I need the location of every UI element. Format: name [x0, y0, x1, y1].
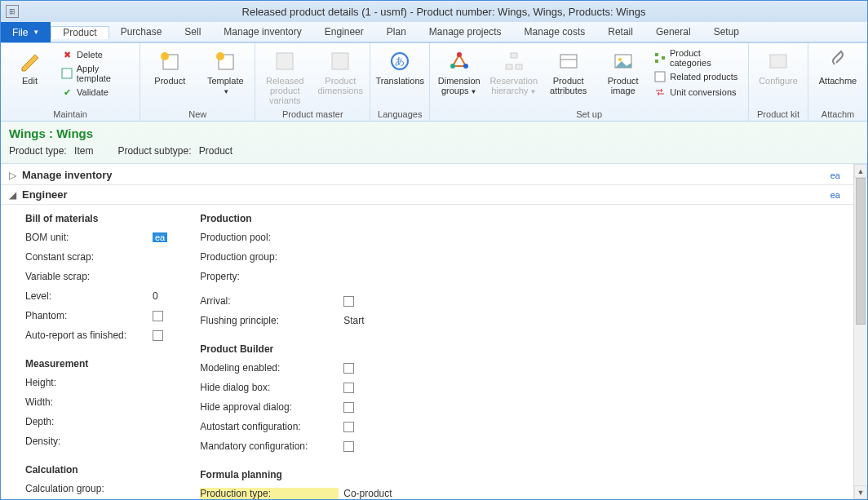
- depth-label: Depth:: [25, 416, 148, 427]
- categories-button[interactable]: Product categories: [653, 48, 743, 68]
- arrival-checkbox[interactable]: [343, 296, 354, 307]
- flushing-label: Flushing principle:: [200, 315, 339, 326]
- globe-icon: あ: [387, 48, 413, 74]
- product-type-label: Product type:: [9, 145, 67, 157]
- svg-text:あ: あ: [395, 55, 405, 67]
- autostart-checkbox[interactable]: [343, 422, 354, 432]
- chevron-down-icon: ▼: [33, 29, 39, 36]
- tab-setup[interactable]: Setup: [702, 26, 751, 38]
- hide-dialog-label: Hide dialog box:: [200, 382, 339, 393]
- product-builder-heading: Product Builder: [200, 343, 410, 355]
- scroll-track[interactable]: [854, 178, 867, 485]
- group-attachments: Attachm: [813, 108, 862, 121]
- collapse-icon: ◢: [9, 189, 17, 201]
- validate-button[interactable]: ✔Validate: [60, 86, 135, 99]
- scroll-down-icon[interactable]: ▼: [854, 485, 867, 499]
- tab-sell[interactable]: Sell: [173, 26, 212, 38]
- product-subtype-label: Product subtype:: [117, 145, 191, 157]
- tab-manage-inventory[interactable]: Manage inventory: [212, 26, 312, 38]
- dimensions-button: Product dimensions: [316, 45, 365, 95]
- attributes-icon: [556, 48, 582, 74]
- dim-groups-icon: [446, 48, 472, 74]
- scroll-thumb[interactable]: [856, 178, 866, 325]
- convert-icon: [653, 86, 666, 99]
- phantom-checkbox[interactable]: [153, 311, 163, 321]
- template-new-icon: [212, 48, 238, 74]
- file-menu[interactable]: File▼: [1, 22, 51, 42]
- hierarchy-icon: [501, 48, 527, 74]
- autostart-label: Autostart configuration:: [200, 421, 339, 432]
- delete-button[interactable]: ✖Delete: [60, 48, 135, 61]
- band-engineer[interactable]: ◢ Engineer ea: [1, 185, 853, 205]
- template-button[interactable]: Template▼: [201, 45, 250, 97]
- level-value: 0: [153, 290, 158, 302]
- image-icon: [610, 48, 636, 74]
- mandatory-checkbox[interactable]: [343, 441, 354, 452]
- tab-manage-projects[interactable]: Manage projects: [418, 26, 513, 38]
- svg-point-18: [618, 58, 622, 61]
- svg-rect-23: [770, 55, 786, 68]
- unit-conversions-button[interactable]: Unit conversions: [653, 86, 743, 99]
- vertical-scrollbar[interactable]: ▲ ▼: [853, 164, 867, 499]
- delete-icon: ✖: [60, 48, 73, 61]
- hide-approval-checkbox[interactable]: [343, 402, 354, 413]
- configure-button: Configure: [754, 45, 803, 86]
- related-button[interactable]: Related products: [653, 70, 743, 83]
- svg-rect-5: [277, 53, 293, 69]
- group-maintain: Maintain: [6, 108, 135, 121]
- scroll-up-icon[interactable]: ▲: [854, 164, 867, 178]
- calculation-heading: Calculation: [25, 464, 167, 476]
- image-button[interactable]: Product image: [599, 45, 647, 95]
- production-type-value[interactable]: Co-product: [343, 488, 392, 499]
- svg-point-11: [463, 64, 468, 69]
- svg-rect-14: [516, 64, 522, 69]
- group-setup: Set up: [435, 108, 743, 121]
- group-new: New: [145, 108, 250, 121]
- product-icon: [157, 48, 183, 74]
- svg-rect-12: [511, 53, 517, 58]
- translations-button[interactable]: あ Translations: [375, 45, 424, 86]
- attributes-button[interactable]: Product attributes: [544, 45, 592, 95]
- configure-icon: [765, 48, 791, 74]
- svg-rect-22: [655, 72, 665, 82]
- tab-retail[interactable]: Retail: [596, 26, 644, 38]
- edit-button[interactable]: Edit: [6, 45, 54, 86]
- tab-purchase[interactable]: Purchase: [109, 26, 174, 38]
- svg-rect-15: [560, 55, 577, 68]
- apply-template-button[interactable]: Apply template: [60, 64, 135, 83]
- prod-group-label: Production group:: [200, 251, 339, 263]
- formula-planning-heading: Formula planning: [200, 469, 410, 480]
- ribbon: Edit ✖Delete Apply template ✔Validate Ma…: [1, 43, 867, 122]
- svg-point-2: [161, 52, 169, 60]
- hide-approval-label: Hide approval dialog:: [200, 401, 339, 413]
- autoreport-checkbox[interactable]: [153, 330, 163, 341]
- dimension-groups-button[interactable]: Dimension groups▼: [435, 45, 483, 97]
- tab-product[interactable]: Product: [51, 26, 108, 39]
- expand-icon: ▷: [9, 170, 17, 181]
- tab-engineer[interactable]: Engineer: [313, 26, 375, 38]
- tab-general[interactable]: General: [644, 26, 702, 38]
- density-label: Density:: [25, 436, 148, 447]
- hide-dialog-checkbox[interactable]: [343, 383, 354, 393]
- tab-plan[interactable]: Plan: [375, 26, 418, 38]
- bom-unit-label: BOM unit:: [25, 232, 148, 243]
- titlebar: ⊞ Released product details (1 - usmf) - …: [1, 1, 867, 22]
- product-subtype-value: Product: [199, 145, 232, 157]
- chevron-down-icon: ▼: [223, 88, 229, 95]
- phantom-label: Phantom:: [25, 310, 148, 321]
- flushing-value[interactable]: Start: [343, 315, 364, 326]
- svg-point-4: [216, 52, 224, 60]
- reservation-button: Reservation hierarchy▼: [489, 45, 538, 97]
- band-manage-inventory[interactable]: ▷ Manage inventory ea: [1, 166, 853, 185]
- template-icon: [60, 67, 73, 80]
- product-button[interactable]: Product: [145, 45, 194, 86]
- arrival-label: Arrival:: [200, 295, 339, 307]
- bom-unit-value[interactable]: ea: [153, 232, 167, 242]
- variants-button: Released product variants: [260, 45, 309, 105]
- tab-manage-costs[interactable]: Manage costs: [513, 26, 597, 38]
- ea-tag: ea: [830, 170, 845, 180]
- svg-rect-6: [332, 53, 348, 69]
- attachments-button[interactable]: Attachme: [813, 45, 862, 86]
- modeling-checkbox[interactable]: [343, 363, 354, 374]
- app-icon: ⊞: [6, 5, 19, 18]
